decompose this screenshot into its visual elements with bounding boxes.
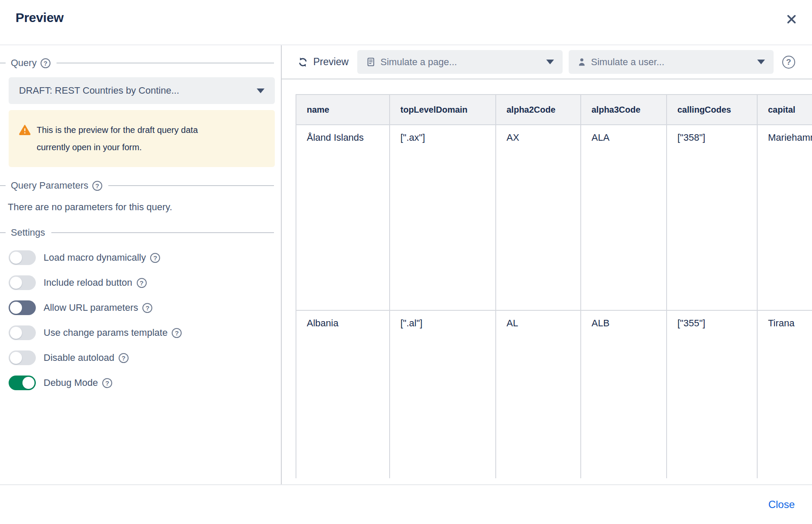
toggle-knob [10, 252, 22, 264]
table-cell: ["358"] [667, 125, 757, 310]
toggle-switch[interactable] [9, 376, 36, 390]
help-icon[interactable]: ? [782, 56, 795, 69]
modal-footer: Close [0, 484, 812, 524]
toggle-switch[interactable] [9, 325, 36, 340]
table-cell: AX [496, 125, 581, 310]
legend-line [57, 63, 274, 63]
settings-legend-label: Settings [11, 227, 45, 238]
table-cell: AL [496, 310, 581, 478]
help-icon[interactable]: ? [92, 181, 102, 191]
table-cell: ALA [581, 125, 667, 310]
toggle-knob [10, 302, 22, 314]
legend-line [51, 232, 274, 233]
query-legend-label: Query [11, 57, 37, 69]
toggle-switch[interactable] [9, 350, 36, 365]
table-row: Albania[".al"]ALALB["355"]Tirana [296, 310, 812, 478]
table-cell: ["355"] [667, 310, 757, 478]
help-icon[interactable]: ? [150, 253, 160, 263]
close-icon-button[interactable] [784, 12, 798, 26]
toggle-label: Load macro dynamically [44, 252, 146, 263]
toggle-switch[interactable] [9, 300, 36, 315]
setting-toggle-row: Include reload button ? [0, 270, 274, 295]
toggle-label: Allow URL parameters [44, 302, 138, 313]
simulate-page-placeholder: Simulate a page... [381, 57, 546, 68]
refresh-icon [297, 57, 308, 68]
close-button[interactable]: Close [768, 499, 795, 511]
toggle-label: Include reload button [44, 277, 132, 288]
setting-toggle-row: Allow URL parameters ? [0, 295, 274, 320]
setting-toggle-row: Use change params template ? [0, 320, 274, 345]
column-header: name [296, 95, 390, 125]
query-parameters-section-legend: Query Parameters ? [0, 180, 274, 191]
help-icon[interactable]: ? [119, 353, 129, 363]
toggle-knob [10, 277, 22, 289]
setting-toggle-row: Debug Mode ? [0, 370, 274, 395]
simulate-user-placeholder: Simulate a user... [591, 57, 757, 68]
query-section-legend: Query ? [0, 57, 274, 69]
setting-toggle-row: Disable autoload ? [0, 345, 274, 370]
table-cell: [".al"] [390, 310, 496, 478]
table-cell: ALB [581, 310, 667, 478]
page-icon [366, 57, 376, 67]
legend-line [108, 185, 274, 186]
table-cell: [".ax"] [390, 125, 496, 310]
toggle-knob [10, 352, 22, 364]
page-title: Preview [16, 10, 63, 25]
settings-section-legend: Settings [0, 227, 274, 238]
chevron-down-icon [257, 88, 264, 93]
column-header: callingCodes [667, 95, 757, 125]
query-results-table: nametopLevelDomainalpha2Codealpha3Codeca… [296, 94, 812, 478]
help-icon[interactable]: ? [142, 303, 152, 313]
column-header: topLevelDomain [390, 95, 496, 125]
left-panel: Query ? DRAFT: REST Countries by Contine… [0, 45, 282, 484]
help-icon[interactable]: ? [137, 278, 147, 288]
user-icon [577, 57, 586, 66]
modal-body: Query ? DRAFT: REST Countries by Contine… [0, 45, 812, 484]
preview-button-label: Preview [313, 56, 349, 68]
close-icon [786, 13, 797, 25]
chevron-down-icon [757, 60, 765, 64]
results-table-viewport: nametopLevelDomainalpha2Codealpha3Codeca… [296, 94, 812, 478]
warning-message: This is the preview for the draft query … [37, 121, 229, 156]
warning-icon [19, 124, 31, 135]
legend-dash [0, 232, 6, 233]
legend-dash [0, 63, 6, 63]
simulate-page-dropdown[interactable]: Simulate a page... [357, 50, 563, 74]
help-icon[interactable]: ? [172, 328, 182, 338]
modal-header: Preview [0, 0, 812, 45]
draft-warning-banner: This is the preview for the draft query … [9, 110, 275, 167]
table-header-row: nametopLevelDomainalpha2Codealpha3Codeca… [296, 95, 812, 125]
legend-dash [0, 185, 6, 186]
column-header: alpha3Code [581, 95, 667, 125]
table-cell: Albania [296, 310, 390, 478]
query-selected-value: DRAFT: REST Countries by Contine... [19, 85, 257, 96]
table-cell: Mariehamn [757, 125, 812, 310]
toggle-label: Use change params template [44, 327, 167, 338]
query-select-dropdown[interactable]: DRAFT: REST Countries by Contine... [9, 77, 275, 104]
column-header: alpha2Code [496, 95, 581, 125]
simulate-user-dropdown[interactable]: Simulate a user... [569, 50, 774, 74]
table-cell: Åland Islands [296, 125, 390, 310]
settings-toggle-list: Load macro dynamically ? Include reload … [0, 245, 274, 395]
toggle-label: Disable autoload [44, 352, 114, 363]
right-panel: Preview Simulate a page... [282, 45, 812, 484]
toggle-label: Debug Mode [44, 377, 98, 388]
column-header: capital [757, 95, 812, 125]
setting-toggle-row: Load macro dynamically ? [0, 245, 274, 270]
toggle-switch[interactable] [9, 250, 36, 265]
toggle-knob [10, 327, 22, 339]
preview-modal: Preview Query ? DRAFT: REST Countries by… [0, 0, 812, 524]
no-parameters-message: There are no parameters for this query. [8, 202, 274, 213]
toggle-knob [22, 377, 35, 389]
table-row: Åland Islands[".ax"]AXALA["358"]Marieham… [296, 125, 812, 310]
toggle-switch[interactable] [9, 275, 36, 290]
preview-toolbar: Preview Simulate a page... [282, 45, 812, 79]
query-parameters-legend-label: Query Parameters [11, 180, 88, 191]
help-icon[interactable]: ? [102, 378, 112, 388]
table-cell: Tirana [757, 310, 812, 478]
help-icon[interactable]: ? [41, 58, 50, 68]
preview-refresh-button[interactable]: Preview [297, 56, 349, 68]
chevron-down-icon [546, 60, 554, 64]
